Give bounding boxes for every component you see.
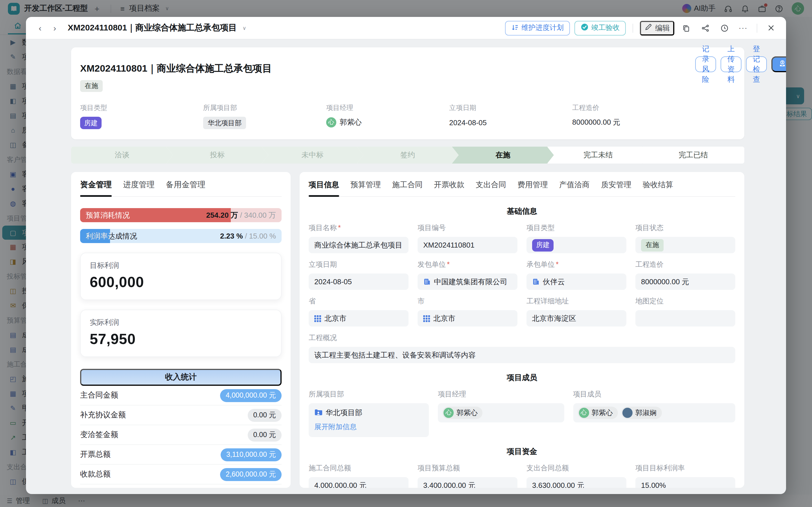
tab-项目信息[interactable]: 项目信息	[309, 180, 339, 196]
pipeline-stage-past[interactable]: 签约	[357, 147, 458, 164]
field-input[interactable]: 4,000,000.00 元	[309, 477, 409, 488]
pipeline-stage-future[interactable]: 完工已结	[642, 147, 744, 164]
field-label-text: 项目类型	[527, 224, 555, 232]
tab-资金管理[interactable]: 资金管理	[80, 180, 112, 196]
field-value: 中国建筑集团有限公司	[434, 277, 507, 287]
pipeline-stage-future[interactable]: 完工未结	[547, 147, 649, 164]
money-row: 收款总额2,600,000.00 元	[80, 465, 282, 485]
summary-field-project-type: 项目类型 房建	[80, 103, 203, 129]
field-label-text: 施工合同总额	[309, 464, 351, 472]
header-divider	[757, 23, 757, 33]
members-box[interactable]: 心郭紫心郭淑娴	[573, 403, 735, 422]
tab-备用金管理[interactable]: 备用金管理	[166, 180, 205, 196]
member-pill[interactable]: 心郭紫心	[578, 407, 618, 419]
field-input[interactable]: 在施	[635, 237, 735, 253]
field-项目目标利润率: 项目目标利润率15.00%	[635, 463, 735, 488]
pipeline-stage-past[interactable]: 未中标	[262, 147, 363, 164]
field-input[interactable]: 3,400,000.00 元	[418, 477, 518, 488]
project-title: XM2024110801｜商业综合体施工总承包项目	[80, 62, 695, 75]
section-title-funds: 项目资金	[309, 447, 735, 457]
close-icon[interactable]	[764, 20, 778, 35]
field-label: 项目状态	[635, 223, 735, 233]
share-icon[interactable]	[698, 20, 713, 35]
tab-质安管理[interactable]: 质安管理	[601, 180, 632, 196]
copy-icon[interactable]	[679, 20, 694, 35]
field-label-text: 项目名称	[309, 224, 337, 232]
register-check-button[interactable]: 登记检查	[746, 56, 767, 72]
record-risk-button[interactable]: 记录风险	[695, 56, 716, 72]
money-row: 补充协议金额0.00 元	[80, 405, 282, 425]
profit-rate-bar: 利润率达成情况 利润率达成情况 2.23 % / 15.00 %	[80, 229, 282, 243]
money-row-value-pill: 0.00 元	[248, 428, 282, 441]
tab-施工合同[interactable]: 施工合同	[392, 180, 423, 196]
member-name: 郭紫心	[456, 408, 478, 417]
field-input[interactable]: 中国建筑集团有限公司	[418, 274, 518, 290]
money-row-label: 收款总额	[80, 469, 111, 480]
pipeline-stage-past[interactable]: 投标	[166, 147, 268, 164]
income-statistics-button[interactable]: 收入统计	[80, 369, 282, 386]
member-pill[interactable]: 郭淑娴	[621, 407, 662, 419]
field-value: 15.00%	[641, 481, 666, 488]
field-input[interactable]: 房建	[527, 237, 626, 253]
completion-acceptance-button[interactable]: 竣工验收	[575, 20, 626, 35]
field-input[interactable]: 8000000.00 元	[635, 274, 735, 290]
field-input[interactable]: 伙伴云	[527, 274, 626, 290]
department-box[interactable]: 华北项目部 展开附加信息	[309, 403, 429, 437]
bar-label-overlay: 利润率达成情况	[86, 229, 110, 243]
budget-consumption-bar: 预算消耗情况 254.20 万 / 340.00 万	[80, 208, 282, 222]
stage-pipeline: 洽谈投标未中标签约在施完工未结完工已结	[71, 147, 744, 164]
edit-button[interactable]: 编辑	[640, 20, 674, 35]
pipeline-stage-past[interactable]: 洽谈	[71, 147, 173, 164]
field-input[interactable]: XM2024110801	[418, 237, 518, 253]
manager-box[interactable]: 心郭紫心	[438, 403, 564, 422]
record-title: XM2024110801｜商业综合体施工总承包项目	[68, 22, 237, 33]
status-badge: 在施	[80, 80, 103, 92]
field-value: 2024-08-05	[314, 277, 352, 286]
field-label: 项目名称*	[309, 223, 409, 233]
section-title-basic: 基础信息	[309, 207, 735, 217]
money-row: 合同应收1,000,000.00 元	[80, 485, 282, 488]
department-value: 华北项目部	[326, 408, 362, 418]
tab-支出合同[interactable]: 支出合同	[476, 180, 506, 196]
submit-expense-button[interactable]: $提报销	[771, 56, 786, 72]
finance-panel: 资金管理进度管理备用金管理 预算消耗情况 254.20 万 / 340.00 万…	[71, 172, 290, 488]
field-label: 施工合同总额	[309, 463, 409, 473]
tab-开票收款[interactable]: 开票收款	[434, 180, 465, 196]
history-icon[interactable]	[717, 20, 732, 35]
field-input[interactable]	[635, 310, 735, 327]
field-input[interactable]: 3,630,000.00 元	[527, 477, 626, 488]
department-badge: 华北项目部	[203, 117, 246, 129]
actual-profit-card: 实际利润 57,950	[80, 309, 282, 357]
field-input[interactable]: 商业综合体施工总承包项目	[309, 237, 409, 253]
maintain-schedule-button[interactable]: 维护进度计划	[505, 20, 570, 35]
pipeline-stage-active[interactable]: 在施	[452, 147, 554, 164]
next-record-button[interactable]: ›	[49, 22, 61, 34]
chevron-down-icon[interactable]: ∨	[242, 25, 246, 31]
upload-docs-button[interactable]: 上传资料	[720, 56, 742, 72]
field-label-text: 工程详细地址	[527, 297, 569, 305]
tab-费用管理[interactable]: 费用管理	[518, 180, 548, 196]
field-input[interactable]: 北京市海淀区	[527, 310, 626, 327]
tab-验收结算[interactable]: 验收结算	[643, 180, 673, 196]
prev-record-button[interactable]: ‹	[34, 22, 46, 34]
summary-field-start-date: 立项日期 2024-08-05	[449, 103, 572, 129]
field-input[interactable]: 15.00%	[635, 477, 735, 488]
field-overview: 工程概况 该工程主要包括土建工程、设备安装和调试等内容	[309, 333, 735, 363]
member-pill[interactable]: 心郭紫心	[442, 407, 483, 419]
field-label-text: 项目编号	[418, 224, 446, 232]
overview-input[interactable]: 该工程主要包括土建工程、设备安装和调试等内容	[309, 347, 735, 363]
more-actions-button[interactable]: ···	[737, 24, 750, 32]
field-input[interactable]: 2024-08-05	[309, 274, 409, 290]
field-input[interactable]: 北京市	[309, 310, 409, 327]
tab-预算管理[interactable]: 预算管理	[350, 180, 381, 196]
region-grid-icon	[423, 315, 430, 322]
header-divider	[633, 23, 633, 33]
tab-产值洽商[interactable]: 产值洽商	[559, 180, 590, 196]
tab-进度管理[interactable]: 进度管理	[123, 180, 155, 196]
money-row-value-pill: 3,110,000.00 元	[221, 448, 282, 461]
money-row-label: 主合同金额	[80, 390, 118, 400]
expand-extra-info-link[interactable]: 展开附加信息	[314, 422, 423, 432]
edit-label: 编辑	[655, 23, 670, 33]
field-项目编号: 项目编号XM2024110801	[418, 223, 518, 253]
field-input[interactable]: 北京市	[418, 310, 518, 327]
